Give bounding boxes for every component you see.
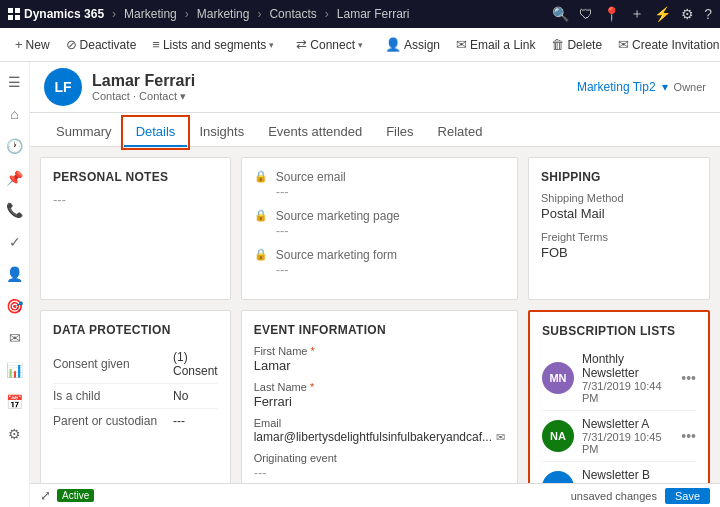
avatar: LF	[44, 68, 82, 106]
new-label: New	[26, 38, 50, 52]
status-bar: ⤢ Active unsaved changes Save	[30, 483, 720, 507]
expand-icon[interactable]: ⤢	[40, 488, 51, 503]
source-email-label: Source email	[276, 170, 346, 184]
email-field: Email lamar@libertysdelightfulsinfulbake…	[254, 417, 505, 444]
source-email-value: ---	[276, 184, 346, 199]
subscription-item-2: NA Newsletter A 7/31/2019 10:45 PM •••	[542, 411, 696, 462]
shipping-card: SHIPPING Shipping Method Postal Mail Fre…	[528, 157, 710, 300]
sidebar-task-icon[interactable]: ✓	[1, 228, 29, 256]
marketing-tip-label: Marketing Tip2	[577, 80, 656, 94]
email-value: lamar@libertysdelightfulsinfulbakeryandc…	[254, 430, 492, 444]
assign-label: Assign	[404, 38, 440, 52]
marketing-tip[interactable]: Marketing Tip2 ▾ Owner	[577, 80, 706, 94]
delete-button[interactable]: 🗑 Delete	[544, 33, 609, 56]
shipping-terms-value: FOB	[541, 245, 697, 260]
tabs-bar: Summary Details Insights Events attended…	[30, 113, 720, 147]
source-page-label: Source marketing page	[276, 209, 400, 223]
connect-label: Connect	[310, 38, 355, 52]
sidebar-chart-icon[interactable]: 📊	[1, 356, 29, 384]
tab-summary[interactable]: Summary	[44, 118, 124, 147]
entity-type-chevron[interactable]: ▾	[180, 90, 186, 103]
sidebar-contact-icon[interactable]: 👤	[1, 260, 29, 288]
sub-avatar-3: NB	[542, 471, 574, 483]
shield-icon[interactable]: 🛡	[579, 6, 593, 22]
sub-initials-2: NA	[550, 430, 566, 442]
top-navigation: Dynamics 365 › Marketing › Marketing › C…	[0, 0, 720, 28]
sub-initials-1: MN	[549, 372, 566, 384]
sidebar-mail-icon[interactable]: ✉	[1, 324, 29, 352]
sidebar-pin-icon[interactable]: 📌	[1, 164, 29, 192]
sidebar-settings-icon[interactable]: ⚙	[1, 420, 29, 448]
nav-module[interactable]: Marketing	[124, 7, 177, 21]
main-layout: ☰ ⌂ 🕐 📌 📞 ✓ 👤 🎯 ✉ 📊 📅 ⚙ LF Lamar Ferrari…	[0, 62, 720, 507]
email-link-button[interactable]: ✉ Email a Link	[449, 33, 542, 56]
sidebar-lead-icon[interactable]: 🎯	[1, 292, 29, 320]
source-page-field: 🔒 Source marketing page ---	[254, 209, 505, 238]
first-name-value: Lamar	[254, 358, 505, 373]
sidebar-menu-icon[interactable]: ☰	[1, 68, 29, 96]
tab-events[interactable]: Events attended	[256, 118, 374, 147]
personal-notes-title: PERSONAL NOTES	[53, 170, 218, 184]
sub-name-1: Monthly Newsletter	[582, 352, 673, 380]
email-link-label: Email a Link	[470, 38, 535, 52]
child-value: No	[173, 389, 188, 403]
help-icon[interactable]: ?	[704, 6, 712, 22]
tab-related[interactable]: Related	[426, 118, 495, 147]
entity-type: Contact · Contact ▾	[92, 90, 195, 103]
event-info-title: Event information	[254, 323, 505, 337]
sidebar-phone-icon[interactable]: 📞	[1, 196, 29, 224]
gear-icon[interactable]: ⚙	[681, 6, 694, 22]
source-email-field: 🔒 Source email ---	[254, 170, 505, 199]
add-icon[interactable]: ＋	[630, 5, 644, 23]
consent-label: Consent given	[53, 357, 173, 371]
tab-details[interactable]: Details	[124, 118, 188, 147]
filter-icon[interactable]: ⚡	[654, 6, 671, 22]
entity-name: Lamar Ferrari	[92, 72, 195, 90]
sub-more-2[interactable]: •••	[681, 428, 696, 444]
entity-info: LF Lamar Ferrari Contact · Contact ▾	[44, 68, 195, 106]
deactivate-button[interactable]: ⊘ Deactivate	[59, 33, 144, 56]
source-form-group: Source marketing form ---	[276, 248, 397, 277]
connect-button[interactable]: ⇄ Connect ▾	[289, 33, 370, 56]
location-icon[interactable]: 📍	[603, 6, 620, 22]
sub-avatar-1: MN	[542, 362, 574, 394]
nav-sep4: ›	[325, 7, 329, 21]
sidebar-home-icon[interactable]: ⌂	[1, 100, 29, 128]
main-content: LF Lamar Ferrari Contact · Contact ▾ Mar…	[30, 62, 720, 507]
app-name: Dynamics 365	[24, 7, 104, 21]
personal-notes-card: PERSONAL NOTES ---	[40, 157, 231, 300]
sub-more-1[interactable]: •••	[681, 370, 696, 386]
tab-insights[interactable]: Insights	[187, 118, 256, 147]
last-name-label: Last Name	[254, 381, 505, 393]
sub-info-3: Newsletter B 7/31/2019 10:45 PM	[582, 468, 673, 483]
lists-button[interactable]: ≡ Lists and segments ▾	[145, 33, 281, 56]
custodian-label: Parent or custodian	[53, 414, 173, 428]
personal-notes-value: ---	[53, 192, 218, 207]
sidebar-recent-icon[interactable]: 🕐	[1, 132, 29, 160]
sub-date-1: 7/31/2019 10:44 PM	[582, 380, 673, 404]
first-name-field: First Name Lamar	[254, 345, 505, 373]
marketing-tip-chevron: ▾	[662, 80, 668, 94]
unsaved-changes: unsaved changes	[571, 490, 657, 502]
nav-contacts[interactable]: Contacts	[269, 7, 316, 21]
avatar-initials: LF	[54, 79, 71, 95]
top-nav-right: 🔍 🛡 📍 ＋ ⚡ ⚙ ?	[552, 5, 712, 23]
save-button[interactable]: Save	[665, 488, 710, 504]
assign-button[interactable]: 👤 Assign	[378, 33, 447, 56]
last-name-value: Ferrari	[254, 394, 505, 409]
delete-icon: 🗑	[551, 37, 564, 52]
invite-button[interactable]: ✉ Create Invitation	[611, 33, 720, 56]
shipping-title: SHIPPING	[541, 170, 697, 184]
search-icon[interactable]: 🔍	[552, 6, 569, 22]
consent-row: Consent given (1) Consent	[53, 345, 218, 384]
nav-sep1: ›	[112, 7, 116, 21]
custodian-row: Parent or custodian ---	[53, 409, 218, 433]
lock-icon-2: 🔒	[254, 209, 268, 222]
subscription-item-3: NB Newsletter B 7/31/2019 10:45 PM •••	[542, 462, 696, 483]
new-button[interactable]: + New	[8, 33, 57, 56]
sidebar-calendar-icon[interactable]: 📅	[1, 388, 29, 416]
nav-marketing[interactable]: Marketing	[197, 7, 250, 21]
app-logo[interactable]: Dynamics 365	[8, 7, 104, 21]
tab-files[interactable]: Files	[374, 118, 425, 147]
source-form-value: ---	[276, 262, 397, 277]
